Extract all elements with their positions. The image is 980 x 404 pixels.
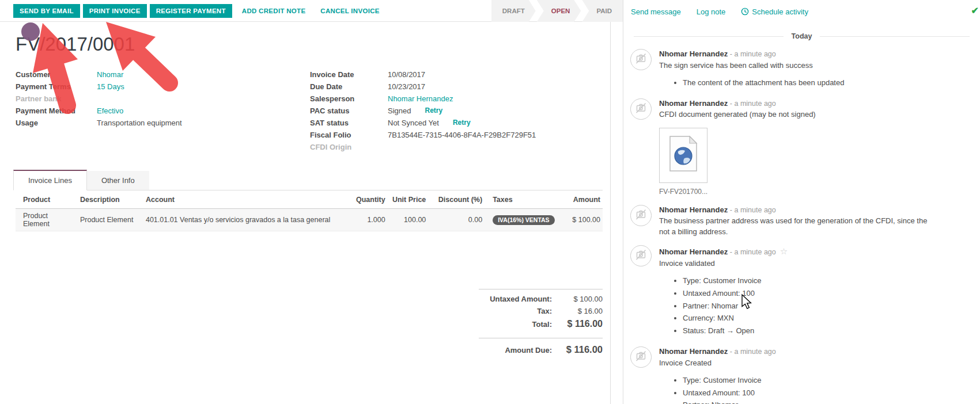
cell-discount: 0.00 <box>428 209 485 231</box>
send-by-email-button[interactable]: SEND BY EMAIL <box>13 4 80 18</box>
field-value[interactable]: Nhomar Hernandez <box>388 93 453 104</box>
untaxed-amount-value: $ 100.00 <box>561 295 603 303</box>
chatter-panel: Send message Log note Schedule activity … <box>623 0 980 404</box>
field-value: 10/08/2017 <box>388 69 425 80</box>
fields-right-column: Invoice Date10/08/2017Due Date10/23/2017… <box>310 69 587 154</box>
message-content: Nhomar Hernandez - a minute agoThe sign … <box>659 49 844 91</box>
field-row-payment-terms: Payment Terms15 Days <box>16 81 310 92</box>
field-label: CFDI Origin <box>310 142 388 153</box>
register-payment-button[interactable]: REGISTER PAYMENT <box>150 4 232 18</box>
author-name[interactable]: Nhomar Hernandez <box>659 347 728 356</box>
bullet-item: Status: Draft → Open <box>683 326 788 337</box>
chatter-toolbar: Send message Log note Schedule activity … <box>623 0 980 23</box>
add-credit-note-button[interactable]: ADD CREDIT NOTE <box>235 4 313 18</box>
message-timestamp: - a minute ago <box>730 206 776 214</box>
message-bullet-list: Type: Customer InvoiceUntaxed Amount: 10… <box>659 375 776 404</box>
field-value[interactable]: Efectivo <box>97 105 123 116</box>
clock-icon <box>741 7 749 16</box>
control-panel: SEND BY EMAILPRINT INVOICEREGISTER PAYME… <box>0 0 623 22</box>
avatar-no-image-icon <box>635 350 647 364</box>
notebook-tabs: Invoice Lines Other Info <box>13 170 603 190</box>
bullet-item: Partner: Nhomar <box>683 400 776 404</box>
schedule-activity-button[interactable]: Schedule activity <box>741 7 808 16</box>
schedule-activity-label: Schedule activity <box>752 7 808 16</box>
bullet-item: Untaxed Amount: 100 <box>683 388 776 399</box>
message-bullet-list: The content of the attachment has been u… <box>659 78 844 89</box>
message-body: Invoice Created <box>659 358 776 369</box>
log-note-button[interactable]: Log note <box>697 7 726 16</box>
retry-link[interactable]: Retry <box>453 117 471 128</box>
avatar-no-image-icon <box>635 52 647 67</box>
invoice-number-title: FV/2017/0001 <box>16 33 603 55</box>
message: Nhomar Hernandez - a minute agoThe sign … <box>623 43 980 92</box>
attachment-card[interactable]: FV-FV201700... <box>659 128 707 197</box>
bullet-item: Untaxed Amount: 100 <box>683 288 788 299</box>
author-name[interactable]: Nhomar Hernandez <box>659 49 728 58</box>
field-label: Customer <box>16 69 97 80</box>
cancel-invoice-button[interactable]: CANCEL INVOICE <box>313 4 386 18</box>
invoice-lines-table: Product Description Account Quantity Uni… <box>16 190 603 231</box>
print-invoice-button[interactable]: PRINT INVOICE <box>83 4 147 18</box>
message-header: Nhomar Hernandez - a minute ago☆ <box>659 245 788 258</box>
amount-due-label: Amount Due: <box>505 346 552 355</box>
field-label: Salesperson <box>310 93 388 104</box>
bullet-item: Type: Customer Invoice <box>683 276 788 287</box>
avatar <box>630 205 652 226</box>
col-description: Description <box>78 190 143 209</box>
author-name[interactable]: Nhomar Hernandez <box>659 247 728 256</box>
message-timestamp: - a minute ago <box>730 100 776 108</box>
total-value: $ 116.00 <box>561 319 603 329</box>
cell-amount: $ 100.00 <box>567 209 603 231</box>
cell-taxes: IVA(16%) VENTAS <box>485 209 567 231</box>
field-label: Partner bank <box>16 93 97 104</box>
field-row-customer: CustomerNhomar <box>16 69 310 80</box>
field-value: Transportation equipment <box>97 117 182 128</box>
col-unit-price: Unit Price <box>388 190 429 209</box>
untaxed-amount-label: Untaxed Amount: <box>490 295 552 303</box>
invoice-line-row[interactable]: Product Element Product Element 401.01.0… <box>16 209 603 231</box>
tax-badge: IVA(16%) VENTAS <box>493 215 554 225</box>
field-row-partner-bank: Partner bank <box>16 93 310 104</box>
field-label: Invoice Date <box>310 69 388 80</box>
message-bullet-list: Type: Customer InvoiceUntaxed Amount: 10… <box>659 276 788 337</box>
field-label: Payment Method <box>16 105 97 116</box>
avatar <box>630 98 652 120</box>
field-value: Signed <box>388 105 411 116</box>
field-value[interactable]: 15 Days <box>97 81 124 92</box>
tab-other-info[interactable]: Other Info <box>87 171 149 190</box>
field-row-invoice-date: Invoice Date10/08/2017 <box>310 69 587 80</box>
field-label: Usage <box>16 117 97 128</box>
message-header: Nhomar Hernandez - a minute ago <box>659 205 927 216</box>
avatar-no-image-icon <box>635 102 647 116</box>
author-name[interactable]: Nhomar Hernandez <box>659 99 728 108</box>
avatar-no-image-icon <box>635 249 647 263</box>
message-done-check-icon[interactable]: ✔ <box>971 5 979 16</box>
field-row-salesperson: SalespersonNhomar Hernandez <box>310 93 587 104</box>
field-row-usage: UsageTransportation equipment <box>16 117 310 128</box>
message-timestamp: - a minute ago <box>730 248 776 256</box>
message-body: The business partner address was used fo… <box>659 216 927 238</box>
field-value[interactable]: Nhomar <box>97 69 123 80</box>
message: Nhomar Hernandez - a minute agoInvoice C… <box>623 340 980 404</box>
stage-paid[interactable]: PAID <box>582 0 623 22</box>
amount-due-value: $ 116.00 <box>561 344 603 355</box>
status-pipeline: DRAFTOPENPAID <box>490 0 623 22</box>
send-message-button[interactable]: Send message <box>631 7 681 16</box>
field-label: PAC status <box>310 105 388 116</box>
tab-invoice-lines[interactable]: Invoice Lines <box>13 170 87 190</box>
message: Nhomar Hernandez - a minute agoThe busin… <box>623 199 980 239</box>
field-label: Due Date <box>310 81 388 92</box>
star-icon[interactable]: ☆ <box>780 246 788 256</box>
untaxed-amount-row: Untaxed Amount: $ 100.00 <box>479 289 603 305</box>
stage-draft[interactable]: DRAFT <box>491 0 536 22</box>
tax-value: $ 16.00 <box>561 307 603 315</box>
col-account: Account <box>143 190 353 209</box>
invoice-fields: CustomerNhomarPayment Terms15 DaysPartne… <box>16 69 603 154</box>
bullet-item: The content of the attachment has been u… <box>683 78 844 89</box>
attachment-thumbnail <box>659 128 707 183</box>
retry-link[interactable]: Retry <box>425 105 442 116</box>
stage-open[interactable]: OPEN <box>537 0 581 22</box>
message-header: Nhomar Hernandez - a minute ago <box>659 49 844 60</box>
tax-row: Tax: $ 16.00 <box>479 305 603 317</box>
author-name[interactable]: Nhomar Hernandez <box>659 205 728 214</box>
